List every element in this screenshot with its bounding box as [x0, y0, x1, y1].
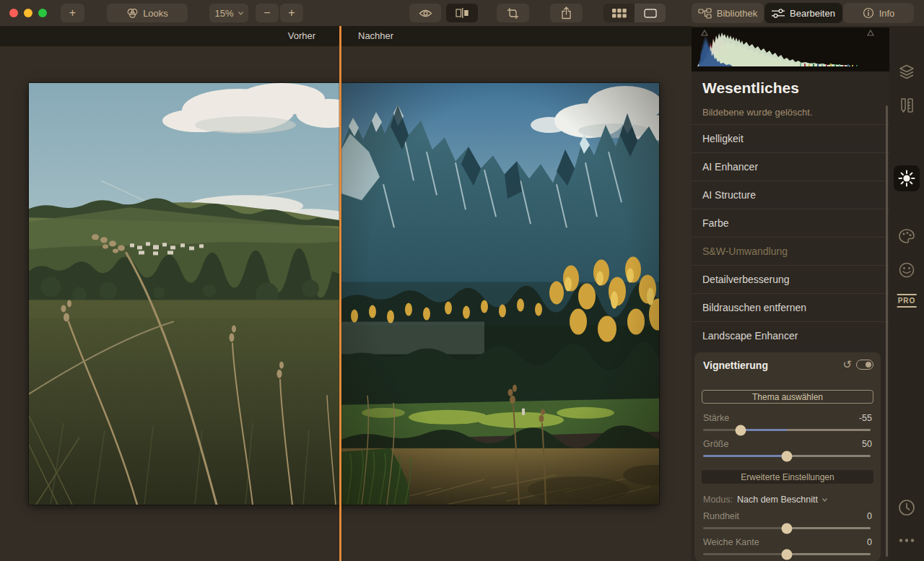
advanced-settings-button[interactable]: Erweiterte Einstellungen	[702, 470, 873, 484]
layers-button[interactable]	[898, 64, 915, 83]
canvas-tools-button[interactable]	[899, 97, 915, 116]
histogram	[692, 27, 889, 71]
zoom-level-dropdown[interactable]: 15%	[209, 4, 248, 22]
filter-list: Helligkeit AI Enhancer AI Structure Farb…	[692, 124, 889, 350]
slider-knob[interactable]	[782, 549, 793, 560]
after-image	[340, 83, 659, 505]
zoom-in-button[interactable]: +	[280, 4, 303, 22]
maximize-button[interactable]	[38, 9, 47, 17]
quick-preview-button[interactable]	[409, 4, 441, 22]
toolbar: + Looks 15% − +	[0, 0, 924, 26]
layers-icon	[898, 64, 915, 81]
tab-label: Bearbeiten	[790, 8, 835, 19]
mode-dropdown[interactable]: Modus: Nach dem Beschnitt	[703, 494, 827, 505]
slider-knob[interactable]	[782, 451, 793, 461]
tab-label: Info	[879, 8, 895, 19]
tool-strip: PRO	[889, 26, 924, 561]
before-image	[29, 83, 340, 505]
creative-section-button[interactable]	[898, 228, 915, 246]
groesse-row: Größe 50	[703, 439, 872, 451]
clock-icon	[897, 498, 916, 517]
photo-canvas	[29, 83, 659, 505]
vignette-toggle[interactable]	[856, 360, 873, 370]
filter-sw-umwandlung[interactable]: S&W-Umwandlung	[692, 238, 889, 266]
main-area: Vorher Nachher	[0, 26, 924, 561]
minus-icon: −	[263, 7, 270, 19]
single-view-icon	[644, 9, 657, 18]
tab-info[interactable]: Info	[843, 3, 914, 23]
grid-view-icon	[612, 9, 627, 18]
staerke-value: -55	[859, 413, 872, 423]
weiche-kante-label: Weiche Kante	[703, 537, 759, 547]
gallery-grid-button[interactable]	[603, 4, 635, 22]
edit-panel: Wesentliches Bildebene wurde gelöscht. H…	[692, 26, 889, 561]
vignette-title: Vignettierung	[703, 360, 768, 371]
histogram-curves	[697, 32, 858, 66]
vignette-card: Vignettierung ↺ Thema auswählen Stärke -…	[694, 352, 881, 561]
view-mode-segmented	[603, 4, 666, 22]
essentials-section-button[interactable]	[894, 165, 920, 191]
looks-button[interactable]: Looks	[107, 4, 188, 22]
compare-divider-handle[interactable]	[339, 26, 341, 561]
minimize-button[interactable]	[24, 9, 32, 17]
compare-view-button[interactable]	[446, 4, 478, 22]
mode-value: Nach dem Beschnitt	[737, 495, 818, 505]
pro-section-button[interactable]: PRO	[897, 295, 917, 305]
filter-helligkeit[interactable]: Helligkeit	[692, 125, 889, 153]
choose-theme-button[interactable]: Thema auswählen	[702, 390, 873, 404]
slider-knob[interactable]	[782, 523, 793, 534]
more-dots-icon	[897, 538, 916, 543]
zoom-out-button[interactable]: −	[256, 4, 279, 22]
share-icon	[561, 6, 572, 19]
filter-detailverbesserung[interactable]: Detailverbesserung	[692, 266, 889, 294]
library-icon	[698, 8, 712, 19]
slider-knob[interactable]	[736, 425, 746, 435]
close-button[interactable]	[9, 9, 18, 17]
crop-button[interactable]	[497, 4, 529, 22]
face-smiley-icon	[898, 261, 915, 279]
pro-badge: PRO	[897, 294, 917, 308]
filter-ai-enhancer[interactable]: AI Enhancer	[692, 153, 889, 181]
edit-sliders-icon	[772, 9, 785, 18]
rundheit-value: 0	[867, 511, 872, 521]
groesse-slider[interactable]	[703, 455, 871, 457]
shadow-clipping-triangle[interactable]	[702, 30, 707, 35]
portrait-section-button[interactable]	[898, 261, 915, 281]
weiche-kante-row: Weiche Kante 0	[703, 537, 872, 549]
staerke-label: Stärke	[703, 413, 729, 423]
looks-label: Looks	[143, 8, 168, 19]
looks-circles-icon	[126, 8, 139, 19]
compare-header: Vorher Nachher	[0, 26, 692, 46]
share-button[interactable]	[550, 4, 583, 22]
rundheit-label: Rundheit	[703, 511, 739, 521]
panel-scrollbar[interactable]	[886, 105, 888, 557]
filter-ai-structure[interactable]: AI Structure	[692, 181, 889, 209]
filter-bildrauschen[interactable]: Bildrauschen entfernen	[692, 294, 889, 322]
tab-bibliothek[interactable]: Bibliothek	[692, 3, 764, 23]
single-view-button[interactable]	[635, 4, 666, 22]
palette-icon	[898, 228, 915, 244]
panel-subtitle: Bildebene wurde gelöscht.	[702, 107, 813, 118]
eye-icon	[419, 9, 432, 18]
rundheit-row: Rundheit 0	[703, 511, 872, 523]
rundheit-slider[interactable]	[703, 527, 871, 529]
highlight-clipping-triangle[interactable]	[868, 30, 873, 35]
staerke-slider[interactable]	[703, 429, 871, 431]
weiche-kante-slider[interactable]	[703, 553, 871, 555]
plus-icon: +	[288, 7, 295, 19]
reset-icon[interactable]: ↺	[842, 358, 852, 371]
add-image-button[interactable]: +	[61, 4, 84, 22]
sun-icon	[897, 169, 916, 188]
groesse-value: 50	[862, 439, 872, 449]
filter-farbe[interactable]: Farbe	[692, 209, 889, 238]
chevron-down-icon	[822, 498, 827, 502]
crop-icon	[507, 7, 519, 19]
panel-title: Wesentliches	[702, 79, 799, 97]
compare-split-icon	[456, 8, 469, 18]
history-button[interactable]	[897, 498, 916, 519]
info-icon	[863, 7, 874, 19]
tab-bearbeiten[interactable]: Bearbeiten	[764, 3, 842, 23]
more-options-button[interactable]	[897, 534, 916, 545]
filter-landscape-enhancer[interactable]: Landscape Enhancer	[692, 322, 889, 350]
zoom-level-value: 15%	[214, 8, 233, 19]
